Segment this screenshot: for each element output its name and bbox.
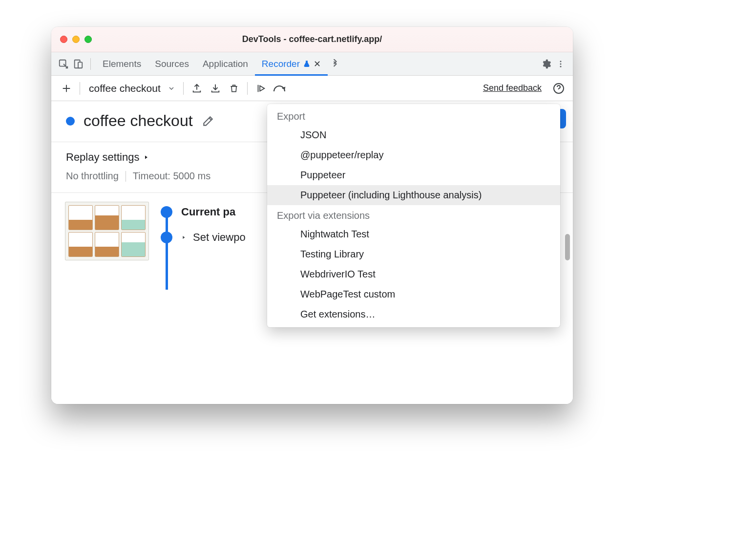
svg-point-4 — [560, 63, 562, 64]
export-menu-item-testing-library[interactable]: Testing Library — [267, 244, 560, 264]
throttling-value: No throttling — [66, 170, 119, 182]
separator — [126, 171, 126, 182]
svg-point-3 — [560, 61, 562, 62]
close-window-button[interactable] — [60, 36, 67, 43]
kebab-menu-icon[interactable] — [553, 57, 568, 71]
edit-title-icon[interactable] — [202, 115, 214, 127]
export-menu-item-webpagetest[interactable]: WebPageTest custom — [267, 284, 560, 304]
recording-title: coffee checkout — [84, 112, 193, 130]
recording-select-label: coffee checkout — [89, 83, 161, 94]
devtools-tabbar: Elements Sources Application Recorder ✕ — [51, 52, 573, 76]
tab-label: Application — [203, 59, 248, 69]
caret-right-icon — [143, 154, 149, 161]
minimize-window-button[interactable] — [72, 36, 80, 43]
help-icon[interactable] — [550, 80, 567, 97]
scrollbar-thumb[interactable] — [565, 234, 570, 260]
inspect-element-icon[interactable] — [56, 57, 71, 71]
export-menu-extensions-header: Export via extensions — [267, 205, 560, 224]
caret-right-icon — [181, 234, 186, 240]
separator — [247, 82, 248, 95]
recording-status-dot — [66, 117, 75, 126]
slow-replay-icon[interactable] — [271, 80, 288, 97]
flask-icon — [303, 60, 311, 68]
export-menu-header: Export — [267, 106, 560, 125]
step-connector — [166, 212, 168, 290]
titlebar: DevTools - coffee-cart.netlify.app/ — [51, 27, 573, 52]
delete-icon[interactable] — [226, 80, 242, 97]
timeout-value: Timeout: 5000 ms — [133, 170, 210, 182]
export-menu-item-puppeteer-lighthouse[interactable]: Puppeteer (including Lighthouse analysis… — [267, 185, 560, 205]
chevron-down-icon — [168, 85, 175, 92]
export-menu-item-json[interactable]: JSON — [267, 125, 560, 145]
export-menu-item-puppeteer[interactable]: Puppeteer — [267, 165, 560, 185]
recorder-toolbar: coffee checkout Send f — [51, 76, 573, 101]
export-menu-item-get-extensions[interactable]: Get extensions… — [267, 304, 560, 324]
tab-recorder[interactable]: Recorder ✕ — [255, 52, 328, 76]
traffic-lights — [60, 36, 92, 43]
tab-label: Sources — [155, 59, 189, 69]
gear-icon[interactable] — [539, 57, 553, 71]
devtools-window: DevTools - coffee-cart.netlify.app/ Elem… — [51, 27, 573, 404]
tab-label: Recorder — [262, 59, 300, 69]
svg-rect-2 — [78, 62, 82, 68]
window-title: DevTools - coffee-cart.netlify.app/ — [242, 34, 382, 44]
export-menu-item-nightwatch[interactable]: Nightwatch Test — [267, 224, 560, 244]
replay-settings-label: Replay settings — [66, 151, 139, 164]
separator — [80, 82, 80, 95]
svg-point-5 — [560, 65, 562, 67]
step-label: Current pa — [181, 206, 235, 218]
device-toolbar-icon[interactable] — [71, 57, 85, 71]
import-icon[interactable] — [207, 80, 224, 97]
more-tabs-icon[interactable] — [328, 57, 342, 71]
export-menu-item-puppeteer-replay[interactable]: @puppeteer/replay — [267, 145, 560, 165]
tab-application[interactable]: Application — [196, 52, 255, 76]
new-recording-icon[interactable] — [58, 80, 75, 97]
step-label: Set viewpo — [193, 231, 246, 244]
export-menu: Export JSON @puppeteer/replay Puppeteer … — [267, 104, 560, 327]
step-dot — [161, 206, 172, 218]
recording-select[interactable]: coffee checkout — [85, 83, 178, 94]
tab-sources[interactable]: Sources — [148, 52, 196, 76]
maximize-window-button[interactable] — [84, 36, 92, 43]
send-feedback-link[interactable]: Send feedback — [483, 83, 542, 93]
step-icon[interactable] — [252, 80, 269, 97]
recorder-content: ⋮ coffee checkout Replay settings No thr… — [51, 101, 573, 404]
page-thumbnail — [65, 202, 149, 260]
separator — [90, 58, 91, 70]
step-dot — [161, 232, 172, 243]
tab-label: Elements — [103, 59, 141, 69]
close-tab-icon[interactable]: ✕ — [314, 59, 321, 69]
tab-elements[interactable]: Elements — [96, 52, 148, 76]
separator — [183, 82, 184, 95]
export-icon[interactable] — [189, 80, 205, 97]
export-menu-item-webdriverio[interactable]: WebdriverIO Test — [267, 264, 560, 284]
